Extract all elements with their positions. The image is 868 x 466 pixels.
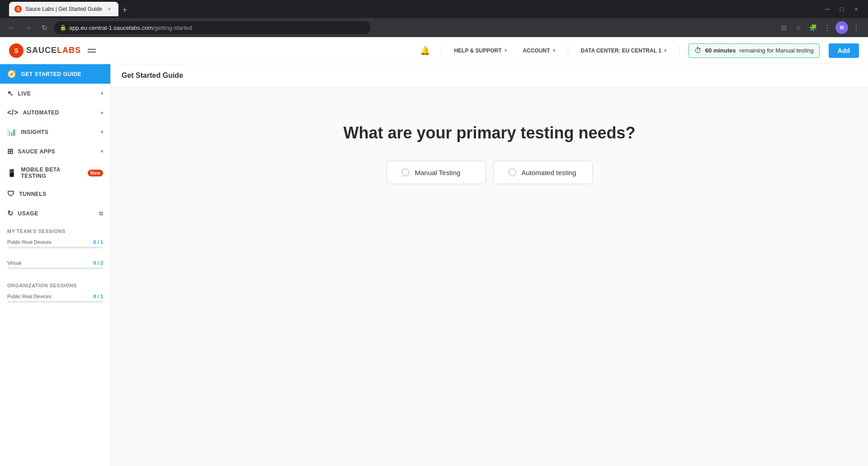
tab-close-button[interactable]: ×: [106, 5, 113, 13]
virtual-label-row: Virtual 0 / 2: [7, 260, 103, 266]
forward-button[interactable]: →: [22, 21, 34, 34]
maximize-button[interactable]: □: [835, 3, 848, 15]
sauce-apps-chevron-icon: ▾: [101, 149, 104, 154]
help-support-menu[interactable]: HELP & SUPPORT ▾: [450, 45, 510, 57]
refresh-button[interactable]: ↻: [38, 21, 51, 34]
sidebar-toggle-button[interactable]: [85, 44, 98, 57]
automated-testing-label: Automated testing: [522, 169, 576, 176]
org-public-real-label-row: Public Real Devices 0 / 1: [7, 294, 103, 299]
sidebar-item-automated[interactable]: </> AUTOMATED ▾: [0, 103, 110, 122]
automated-testing-option[interactable]: Automated testing: [493, 161, 593, 184]
sidebar-item-get-started-label: GET STARTED GUIDE: [21, 71, 82, 77]
cast-icon[interactable]: ⊡: [778, 21, 790, 34]
favicon: S: [14, 5, 22, 13]
manual-testing-label: Manual Testing: [415, 169, 461, 176]
page-question: What are your primary testing needs?: [343, 124, 635, 143]
minimize-button[interactable]: ─: [821, 3, 834, 15]
add-button[interactable]: Add: [829, 43, 859, 58]
public-real-devices-value: 0 / 1: [94, 239, 103, 245]
manual-testing-option[interactable]: Manual Testing: [387, 161, 486, 184]
automated-testing-radio[interactable]: [508, 168, 516, 176]
sidebar-item-live[interactable]: ↖ LIVE ▾: [0, 84, 110, 103]
account-menu[interactable]: ACCOUNT ▾: [519, 45, 559, 57]
sauce-logo-icon: S: [9, 43, 24, 58]
notifications-bell-icon[interactable]: 🔔: [418, 44, 432, 57]
hamburger-line: [88, 52, 96, 52]
sidebar-item-insights-label: INSIGHTS: [21, 129, 49, 135]
chrome-menu-button[interactable]: ⋮: [850, 21, 863, 34]
browser-right-controls: ─ □ ×: [821, 3, 863, 15]
breadcrumb: Get Started Guide: [122, 71, 183, 79]
app-container: S SAUCELABS 🔔 HELP & SUPPORT ▾ ACCOUNT ▾…: [0, 37, 868, 466]
bookmark-icon[interactable]: ☆: [792, 21, 805, 34]
shield-icon: 🛡: [7, 190, 15, 198]
minutes-bold-text: 60 minutes: [705, 47, 736, 54]
new-tab-button[interactable]: +: [118, 4, 131, 16]
minutes-remaining-badge: ⏱ 60 minutes remaining for Manual testin…: [689, 43, 820, 58]
sidebar-item-get-started[interactable]: 🧭 GET STARTED GUIDE: [0, 64, 110, 84]
manual-testing-radio[interactable]: [401, 168, 410, 176]
public-real-devices-progress-bg: [7, 247, 103, 248]
sidebar-item-mobile-beta-label: MOBILE BETA TESTING: [21, 166, 81, 179]
extensions-icon[interactable]: 🧩: [807, 21, 819, 34]
browser-toolbar-right: ⊡ ☆ 🧩 ⋮ M ⋮: [778, 21, 863, 34]
cursor-icon: ↖: [7, 89, 14, 98]
sidebar-item-mobile-beta[interactable]: 📱 MOBILE BETA TESTING New: [0, 161, 110, 185]
org-public-real-value: 0 / 1: [94, 294, 103, 299]
live-chevron-icon: ▾: [101, 91, 104, 96]
public-real-devices-label-row: Public Real Devices 0 / 1: [7, 239, 103, 245]
insights-chevron-icon: ▾: [101, 129, 104, 134]
hamburger-line: [88, 49, 96, 50]
settings-icon[interactable]: ⋮: [821, 21, 834, 34]
minutes-suffix-text: remaining for Manual testing: [740, 47, 814, 54]
sidebar: 🧭 GET STARTED GUIDE ↖ LIVE ▾ </> AUTOMAT…: [0, 64, 111, 466]
public-real-devices-label: Public Real Devices: [7, 239, 52, 245]
new-badge: New: [88, 170, 103, 176]
sauce-logo[interactable]: S SAUCELABS: [9, 43, 81, 58]
sidebar-item-insights[interactable]: 📊 INSIGHTS ▾: [0, 122, 110, 142]
sidebar-item-live-label: LIVE: [18, 90, 31, 97]
address-bar[interactable]: 🔒 app.eu-central-1.saucelabs.com/getting…: [54, 21, 371, 34]
mobile-icon: 📱: [7, 169, 17, 177]
sidebar-item-usage[interactable]: ↻ USAGE ⧉: [0, 204, 110, 223]
automated-chevron-icon: ▾: [101, 110, 104, 115]
chart-icon: 📊: [7, 128, 17, 136]
main-area: 🧭 GET STARTED GUIDE ↖ LIVE ▾ </> AUTOMAT…: [0, 64, 868, 466]
content-area: Get Started Guide What are your primary …: [111, 64, 868, 466]
org-public-real-section: Public Real Devices 0 / 1: [0, 290, 110, 311]
virtual-section: Virtual 0 / 2: [0, 257, 110, 277]
tab-title: Sauce Labs | Get Started Guide: [25, 6, 102, 12]
breadcrumb-bar: Get Started Guide: [111, 64, 868, 87]
logo-area: S SAUCELABS: [9, 43, 99, 58]
org-public-real-label: Public Real Devices: [7, 294, 52, 299]
account-label: ACCOUNT: [523, 48, 550, 54]
account-chevron-icon: ▾: [553, 48, 555, 53]
sidebar-item-tunnels[interactable]: 🛡 TUNNELS: [0, 185, 110, 204]
data-center-label: DATA CENTER: EU CENTRAL 1: [581, 48, 661, 54]
browser-chrome: S Sauce Labs | Get Started Guide × + ─ □…: [0, 0, 868, 18]
help-chevron-icon: ▾: [505, 48, 507, 53]
usage-link-icon: ⧉: [99, 210, 104, 217]
profile-button[interactable]: M: [835, 21, 848, 34]
public-real-devices-section: Public Real Devices 0 / 1: [0, 236, 110, 257]
clock-icon: ⏱: [694, 47, 702, 55]
compass-icon: 🧭: [7, 70, 17, 78]
content-main: What are your primary testing needs? Man…: [111, 87, 868, 466]
help-support-label: HELP & SUPPORT: [454, 48, 501, 54]
sidebar-item-automated-label: AUTOMATED: [23, 109, 59, 116]
code-icon: </>: [7, 109, 19, 117]
org-sessions-title: ORGANIZATION SESSIONS: [0, 277, 110, 290]
data-center-menu[interactable]: DATA CENTER: EU CENTRAL 1 ▾: [577, 45, 670, 57]
url-path: /getting-started: [153, 24, 192, 31]
virtual-progress-bg: [7, 267, 103, 269]
nav-divider-2: [568, 45, 568, 56]
url-domain: app.eu-central-1.saucelabs.com: [69, 24, 153, 31]
active-tab[interactable]: S Sauce Labs | Get Started Guide ×: [9, 2, 118, 16]
close-window-button[interactable]: ×: [850, 3, 863, 15]
usage-icon: ↻: [7, 209, 14, 218]
sidebar-item-sauce-apps[interactable]: ⊞ SAUCE APPS ▾: [0, 142, 110, 161]
my-team-sessions-title: MY TEAM'S SESSIONS: [0, 223, 110, 236]
tab-bar: S Sauce Labs | Get Started Guide × +: [9, 2, 814, 16]
back-button[interactable]: ←: [5, 21, 18, 34]
virtual-value: 0 / 2: [94, 260, 103, 266]
